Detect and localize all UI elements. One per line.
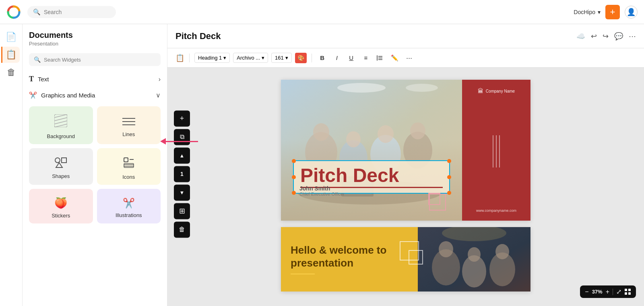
svg-line-4 <box>54 121 67 124</box>
svg-line-3 <box>54 118 67 121</box>
canvas-left-toolbar: + ⧉ ▲ 1 ▼ ⊞ 🗑 <box>174 110 190 238</box>
section-graphics[interactable]: ✂️ Graphics and Media ∨ <box>23 87 167 103</box>
widget-search[interactable]: 🔍 <box>29 53 161 66</box>
text-section-chevron: › <box>159 76 161 83</box>
icons-icon <box>122 156 135 171</box>
cloud-save-icon[interactable]: ☁️ <box>576 32 585 41</box>
zoom-percent: % <box>598 289 603 295</box>
widget-shapes[interactable]: Shapes <box>29 148 93 185</box>
slide2-left: Hello & welcome to presentation <box>281 227 418 292</box>
illustrations-label: Illustrations <box>116 212 142 218</box>
slide1-company: 🏛 Company Name <box>478 88 515 94</box>
handle-bl[interactable] <box>292 191 296 195</box>
canvas-inner: 🏛 Company Name www.companyname.com <box>281 80 530 298</box>
svg-point-22 <box>337 83 386 93</box>
canvas-delete-btn[interactable]: 🗑 <box>174 221 190 238</box>
svg-point-39 <box>468 247 481 262</box>
zoom-divider <box>613 289 613 295</box>
comment-icon[interactable]: 💬 <box>614 32 623 41</box>
slide1-role: Chief Executive Officer <box>299 192 345 196</box>
icon-bar-documents[interactable]: 📄 <box>3 29 19 45</box>
text-section-label: Text <box>38 76 49 83</box>
handle-tl[interactable] <box>292 159 296 163</box>
dochipo-dropdown[interactable]: DocHipo ▾ <box>574 9 601 15</box>
redo-icon[interactable]: ↪ <box>603 32 609 41</box>
user-avatar[interactable]: 👤 <box>625 6 638 19</box>
panel-title: Documents <box>29 31 161 40</box>
section-text[interactable]: T Text › <box>23 71 167 87</box>
font-size-label: 161 <box>275 55 284 61</box>
text-section-icon: T <box>29 75 34 83</box>
zoom-in-button[interactable]: + <box>606 288 609 296</box>
widget-background[interactable]: Background <box>29 106 93 144</box>
color-picker-btn[interactable]: 🎨 <box>295 53 307 63</box>
search-icon: 🔍 <box>33 8 41 16</box>
underline-button[interactable]: U <box>346 52 357 64</box>
align-button[interactable]: ≡ <box>360 52 372 64</box>
canvas-down-btn[interactable]: ▼ <box>174 184 190 201</box>
canvas-up-btn[interactable]: ▲ <box>174 147 190 163</box>
canvas-duplicate-btn[interactable]: ⧉ <box>174 129 190 145</box>
stickers-icon: 🍑 <box>54 197 67 209</box>
add-button[interactable]: + <box>605 5 620 19</box>
slide2-greeting: Hello & welcome to presentation <box>291 244 408 269</box>
heading-dropdown[interactable]: Heading 1 ▾ <box>194 53 230 63</box>
handle-mr[interactable] <box>447 175 451 179</box>
handle-tr[interactable] <box>447 159 451 163</box>
handle-br[interactable] <box>447 191 451 195</box>
fullscreen-button[interactable]: ⤢ <box>616 288 621 296</box>
background-label: Background <box>47 133 75 139</box>
bold-button[interactable]: B <box>317 52 328 64</box>
side-panel: Documents Presentation 🔍 T Text › ✂️ Gra… <box>23 24 167 306</box>
shapes-label: Shapes <box>52 173 70 179</box>
canvas-add-btn[interactable]: + <box>174 110 190 126</box>
italic-button[interactable]: I <box>331 52 343 64</box>
heading-chevron-icon: ▾ <box>223 55 226 61</box>
zoom-level: 37% <box>592 289 603 295</box>
highlight-button[interactable]: ✏️ <box>389 52 400 64</box>
shapes-icon <box>54 157 67 170</box>
clipboard-icon[interactable]: 📋 <box>175 54 184 62</box>
slide-2[interactable]: Hello & welcome to presentation <box>281 227 530 292</box>
font-label: Archivo ... <box>237 55 260 61</box>
svg-rect-1 <box>54 114 67 127</box>
building-icon: 🏛 <box>478 88 483 94</box>
search-input[interactable] <box>44 9 100 15</box>
main-layout: 📄 📋 🗑 Documents Presentation 🔍 T Text › … <box>0 24 644 306</box>
svg-point-41 <box>495 244 509 259</box>
widget-search-input[interactable] <box>44 57 156 63</box>
slide-1[interactable]: 🏛 Company Name www.companyname.com <box>281 80 530 221</box>
zoom-grid-button[interactable] <box>625 289 631 295</box>
zoom-value: 37 <box>592 289 598 295</box>
widget-stickers[interactable]: 🍑 Stickers <box>29 189 93 223</box>
canvas-area[interactable]: + ⧉ ▲ 1 ▼ ⊞ 🗑 <box>167 68 644 306</box>
icon-bar-trash[interactable]: 🗑 <box>3 64 19 81</box>
widget-icons[interactable]: Icons <box>97 148 161 185</box>
scissors-icon: ✂️ <box>29 91 37 99</box>
svg-rect-13 <box>124 158 128 162</box>
widget-illustrations[interactable]: ✂️ Illustrations <box>97 189 161 223</box>
search-bar[interactable]: 🔍 <box>27 6 116 18</box>
lines-label: Lines <box>122 131 135 137</box>
slide1-person-info: John Smith Chief Executive Officer <box>299 182 345 196</box>
zoom-out-button[interactable]: − <box>585 288 588 296</box>
canvas-grid-btn[interactable]: ⊞ <box>174 203 190 219</box>
panel-subtitle: Presentation <box>29 41 161 47</box>
handle-ml[interactable] <box>292 175 296 179</box>
illustrations-icon: ✂️ <box>123 198 135 209</box>
rect-inner <box>428 193 440 205</box>
line-spacing-button[interactable] <box>375 52 386 64</box>
lines-icon <box>122 117 135 128</box>
dochipo-label: DocHipo <box>574 9 595 15</box>
widget-lines[interactable]: Lines <box>97 106 161 144</box>
size-dropdown[interactable]: 161 ▾ <box>271 53 292 63</box>
logo[interactable] <box>6 5 21 19</box>
svg-point-26 <box>313 123 329 141</box>
undo-icon[interactable]: ↩ <box>591 32 597 41</box>
svg-line-5 <box>54 124 67 127</box>
more-options-icon[interactable]: ⋯ <box>629 32 636 41</box>
more-format-button[interactable]: ⋯ <box>404 52 415 64</box>
icon-bar-layout[interactable]: 📋 <box>1 47 20 63</box>
font-dropdown[interactable]: Archivo ... ▾ <box>233 53 268 63</box>
svg-line-2 <box>54 114 67 118</box>
